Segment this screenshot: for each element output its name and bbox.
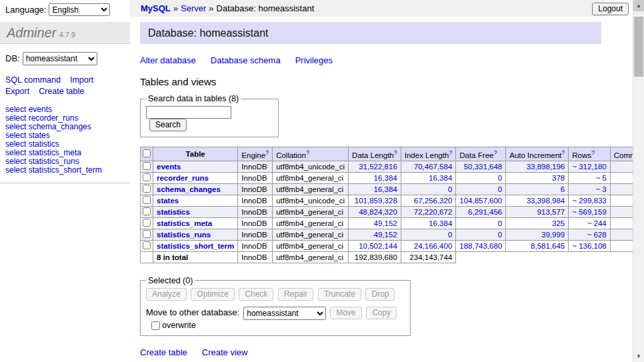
auto-increment-link[interactable]: 6 xyxy=(561,185,565,193)
rows-count-link[interactable]: ~ 244 xyxy=(587,219,607,227)
row-checkbox[interactable] xyxy=(143,207,151,215)
logout-button[interactable]: Logout xyxy=(592,3,629,15)
row-checkbox[interactable] xyxy=(143,185,151,193)
data-free-link[interactable]: 0 xyxy=(498,219,502,227)
rows-count-link[interactable]: ~ 5 xyxy=(595,174,606,182)
table-link[interactable]: statistics_meta xyxy=(157,219,212,227)
auto-increment-link[interactable]: 325 xyxy=(552,219,565,227)
index-length-link[interactable]: 16,384 xyxy=(429,174,452,182)
overwrite-checkbox[interactable] xyxy=(151,321,160,330)
scrollbar-thumb[interactable] xyxy=(634,17,643,77)
sidebar-item-select-recorder-runs[interactable]: select recorder_runs xyxy=(5,114,125,123)
search-button[interactable]: Search xyxy=(149,119,187,131)
table-link[interactable]: recorder_runs xyxy=(157,174,209,182)
data-free-link[interactable]: 0 xyxy=(498,174,502,182)
create-table-link[interactable]: Create table xyxy=(39,87,84,96)
row-checkbox[interactable] xyxy=(143,219,151,227)
table-link[interactable]: schema_changes xyxy=(157,185,221,193)
data-free-link[interactable]: 104,857,600 xyxy=(459,197,502,205)
table-link[interactable]: events xyxy=(157,163,181,171)
auto-increment-link[interactable]: 378 xyxy=(552,174,565,182)
index-length-link[interactable]: 24,166,400 xyxy=(414,242,453,250)
table-link[interactable]: states xyxy=(157,197,179,205)
help-icon[interactable]: ? xyxy=(306,149,309,156)
index-length-link[interactable]: 67,256,320 xyxy=(414,197,453,205)
data-length-link[interactable]: 49,152 xyxy=(374,219,397,227)
copy-button[interactable]: Copy xyxy=(366,307,397,319)
rows-count-link[interactable]: ~ 136,108 xyxy=(572,242,606,250)
sidebar-item-select-statistics[interactable]: select statistics xyxy=(5,140,125,149)
help-icon[interactable]: ? xyxy=(493,149,497,156)
data-length-link[interactable]: 16,384 xyxy=(374,174,397,182)
table-link[interactable]: statistics_short_term xyxy=(157,242,234,250)
database-schema-link[interactable]: Database schema xyxy=(211,55,281,65)
help-icon[interactable]: ? xyxy=(591,149,595,156)
privileges-link[interactable]: Privileges xyxy=(295,55,333,65)
sidebar-item-select-statistics-runs[interactable]: select statistics_runs xyxy=(5,157,125,166)
breadcrumb-server-link[interactable]: Server xyxy=(181,3,206,13)
language-select[interactable]: English xyxy=(49,3,110,16)
row-checkbox[interactable] xyxy=(143,230,151,238)
data-free-link[interactable]: 0 xyxy=(498,231,502,239)
sidebar-item-select-statistics-meta[interactable]: select statistics_meta xyxy=(5,149,125,157)
data-length-link[interactable]: 16,384 xyxy=(374,185,397,193)
data-free-link[interactable]: 188,743,680 xyxy=(459,242,502,250)
truncate-button[interactable]: Truncate xyxy=(318,288,361,301)
import-link[interactable]: Import xyxy=(70,75,93,85)
auto-increment-link[interactable]: 913,577 xyxy=(537,208,565,216)
help-icon[interactable]: ? xyxy=(265,149,269,156)
move-button[interactable]: Move xyxy=(330,307,361,319)
data-free-link[interactable]: 0 xyxy=(498,185,502,193)
sidebar-item-select-events[interactable]: select events xyxy=(5,105,125,114)
analyze-button[interactable]: Analyze xyxy=(146,288,187,301)
check-button[interactable]: Check xyxy=(239,288,273,301)
breadcrumb-mysql-link[interactable]: MySQL xyxy=(141,3,171,13)
data-length-link[interactable]: 49,152 xyxy=(374,231,397,239)
row-checkbox[interactable] xyxy=(143,173,151,181)
data-length-link[interactable]: 10,502,144 xyxy=(359,242,397,250)
help-icon[interactable]: ? xyxy=(561,149,565,156)
auto-increment-link[interactable]: 33,398,984 xyxy=(527,197,565,205)
data-length-link[interactable]: 48,824,320 xyxy=(359,208,397,216)
search-input[interactable] xyxy=(146,106,231,119)
auto-increment-link[interactable]: 33,898,196 xyxy=(527,163,565,171)
help-icon[interactable]: ? xyxy=(449,149,452,156)
table-link[interactable]: statistics xyxy=(157,208,190,216)
create-view-link[interactable]: Create view xyxy=(202,347,248,357)
sidebar-item-select-statistics-short-term[interactable]: select statistics_short_term xyxy=(5,166,125,175)
data-length-link[interactable]: 31,522,816 xyxy=(359,163,397,171)
row-checkbox[interactable] xyxy=(143,162,151,170)
auto-increment-link[interactable]: 8,581,645 xyxy=(531,242,565,250)
db-select[interactable]: homeassistant xyxy=(23,52,97,65)
row-checkbox[interactable] xyxy=(143,241,151,249)
sidebar-item-select-states[interactable]: select states xyxy=(5,131,125,140)
scroll-down-icon[interactable]: ▼ xyxy=(633,351,644,362)
sidebar-item-select-schema-changes[interactable]: select schema_changes xyxy=(5,123,125,131)
sql-command-link[interactable]: SQL command xyxy=(5,75,61,85)
optimize-button[interactable]: Optimize xyxy=(191,288,234,301)
help-icon[interactable]: ? xyxy=(394,149,397,156)
auto-increment-link[interactable]: 39,999 xyxy=(541,231,565,239)
export-link[interactable]: Export xyxy=(5,87,29,96)
rows-count-link[interactable]: ~ 3 xyxy=(595,185,606,193)
drop-button[interactable]: Drop xyxy=(365,288,395,301)
vertical-scrollbar[interactable]: ▲ ▼ xyxy=(633,0,644,362)
index-length-link[interactable]: 0 xyxy=(448,185,452,193)
data-length-link[interactable]: 101,859,328 xyxy=(355,197,397,205)
rows-count-link[interactable]: ~ 299,833 xyxy=(572,197,606,205)
data-free-link[interactable]: 50,331,648 xyxy=(464,163,503,171)
index-length-link[interactable]: 16,384 xyxy=(429,219,452,227)
table-link[interactable]: statistics_runs xyxy=(157,231,211,239)
scroll-up-icon[interactable]: ▲ xyxy=(633,0,644,11)
index-length-link[interactable]: 72,220,672 xyxy=(414,208,453,216)
index-length-link[interactable]: 70,467,584 xyxy=(414,163,453,171)
repair-button[interactable]: Repair xyxy=(278,288,313,301)
index-length-link[interactable]: 0 xyxy=(448,231,452,239)
rows-count-link[interactable]: ~ 569,159 xyxy=(572,208,606,216)
rows-count-link[interactable]: ~ 312,180 xyxy=(572,163,606,171)
row-checkbox[interactable] xyxy=(143,196,151,204)
select-all-checkbox[interactable] xyxy=(143,149,151,157)
alter-database-link[interactable]: Alter database xyxy=(140,55,196,65)
rows-count-link[interactable]: ~ 628 xyxy=(587,231,607,239)
create-table-link-main[interactable]: Create table xyxy=(140,347,187,357)
